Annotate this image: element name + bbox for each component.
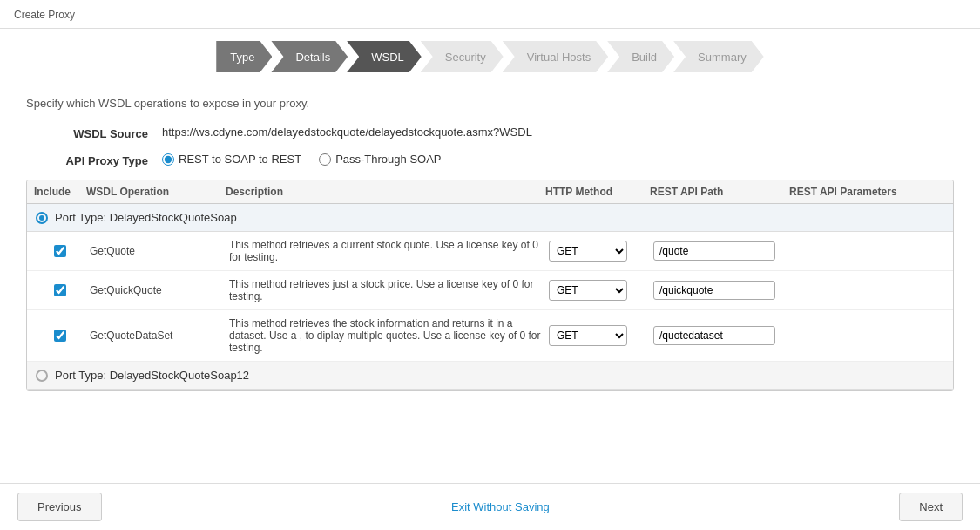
operations-table: Include WSDL Operation Description HTTP … [26,180,954,391]
cell-include-2[interactable] [34,284,86,296]
col-operation: WSDL Operation [86,186,226,198]
step-summary[interactable]: Summary [673,41,764,72]
cell-include-3[interactable] [34,330,86,342]
step-label-type: Type [216,41,272,72]
port-group-soap[interactable]: Port Type: DelayedStockQuoteSoap [27,204,953,232]
cell-path-2[interactable] [650,281,789,300]
cell-description-1: This method retrieves a current stock qu… [226,239,545,263]
col-path: REST API Path [650,186,789,198]
port-group-soap12[interactable]: Port Type: DelayedStockQuoteSoap12 [27,362,953,390]
cell-path-1[interactable] [650,241,789,261]
api-proxy-type-label: API Proxy Type [26,153,148,167]
step-wsdl[interactable]: WSDL [347,41,422,72]
cell-operation-3: GetQuoteDataSet [86,330,226,342]
step-label-virtual-hosts: Virtual Hosts [503,41,608,72]
port-radio-soap [36,212,48,224]
step-label-wsdl: WSDL [347,41,422,72]
wizard-steps: TypeDetailsWSDLSecurityVirtual HostsBuil… [0,29,980,85]
col-description: Description [226,186,545,198]
cell-description-3: This method retrieves the stock informat… [226,317,545,354]
select-method-3[interactable]: GET POST PUT DELETE [549,325,627,346]
input-path-1[interactable] [653,241,775,261]
input-path-3[interactable] [653,326,775,345]
select-method-2[interactable]: GET POST PUT DELETE [549,280,627,301]
checkbox-getquote[interactable] [54,245,66,257]
cell-method-2[interactable]: GET POST PUT DELETE [545,280,650,301]
proxy-type-group: REST to SOAP to REST Pass-Through SOAP [162,153,442,166]
table-row: GetQuickQuote This method retrieves just… [27,271,953,310]
table-row: GetQuote This method retrieves a current… [27,232,953,271]
previous-button[interactable]: Previous [17,493,102,521]
step-details[interactable]: Details [271,41,348,72]
radio-pass-through[interactable]: Pass-Through SOAP [319,153,441,166]
description: Specify which WSDL operations to expose … [26,97,954,110]
checkbox-getquickquote[interactable] [54,284,66,296]
step-label-build: Build [607,41,674,72]
step-build[interactable]: Build [607,41,674,72]
cell-method-1[interactable]: GET POST PUT DELETE [545,241,650,262]
cell-include-1[interactable] [34,245,86,257]
page-title: Create Proxy [14,9,75,21]
select-method-1[interactable]: GET POST PUT DELETE [549,241,627,262]
cell-description-2: This method retrieves just a stock price… [226,278,545,302]
wsdl-source-label: WSDL Source [26,126,148,140]
port-group-soap12-label: Port Type: DelayedStockQuoteSoap12 [55,369,249,382]
wsdl-source-value: https://ws.cdyne.com/delayedstockquote/d… [162,126,532,139]
cell-method-3[interactable]: GET POST PUT DELETE [545,325,650,346]
step-label-details: Details [271,41,348,72]
checkbox-getquotedataset[interactable] [54,330,66,342]
cell-operation-2: GetQuickQuote [86,284,226,296]
radio-pass-label: Pass-Through SOAP [335,153,441,166]
cell-operation-1: GetQuote [86,245,226,257]
exit-link[interactable]: Exit Without Saving [451,500,550,513]
step-virtual-hosts[interactable]: Virtual Hosts [503,41,608,72]
radio-rest-label: REST to SOAP to REST [179,153,301,166]
table-header: Include WSDL Operation Description HTTP … [27,180,953,204]
step-label-security: Security [421,41,504,72]
col-method: HTTP Method [545,186,650,198]
input-path-2[interactable] [653,281,775,300]
cell-path-3[interactable] [650,326,789,345]
col-include: Include [34,186,86,198]
col-params: REST API Parameters [789,186,946,198]
step-type[interactable]: Type [216,41,272,72]
next-button[interactable]: Next [899,493,963,521]
radio-rest-to-soap[interactable]: REST to SOAP to REST [162,153,301,166]
port-group-soap-label: Port Type: DelayedStockQuoteSoap [55,211,237,224]
table-row: GetQuoteDataSet This method retrieves th… [27,310,953,362]
port-radio-soap12 [36,370,48,382]
step-label-summary: Summary [673,41,764,72]
footer: Previous Exit Without Saving Next [0,483,980,530]
step-security[interactable]: Security [421,41,504,72]
app-header: Create Proxy [0,0,980,29]
